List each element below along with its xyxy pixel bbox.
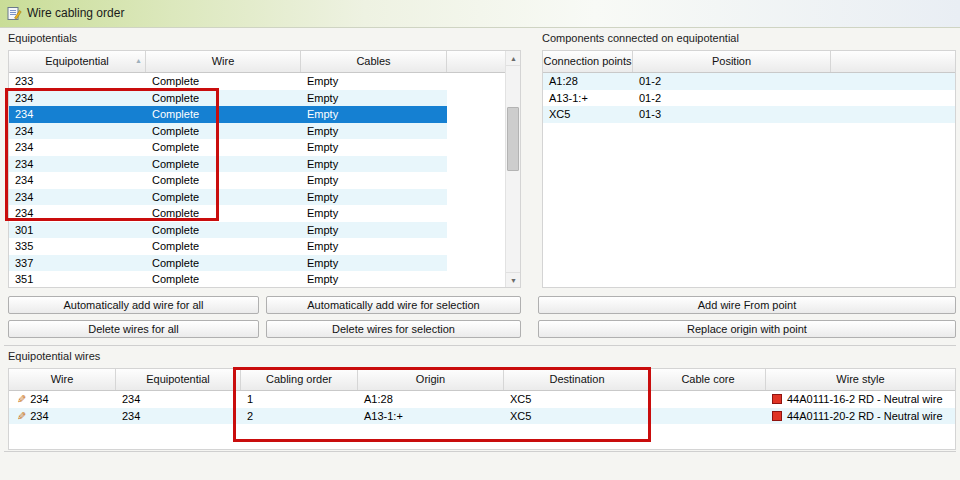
auto-add-wire-all-button[interactable]: Automatically add wire for all [8,296,259,314]
column-header-equipotential[interactable]: Equipotential ▲ [9,51,146,72]
cell: 01-2 [633,73,831,90]
cell: 335 [9,238,146,255]
cell: 234 [9,189,146,206]
cell: 234 [9,205,146,222]
cell: XC5 [543,106,633,123]
delete-wires-selection-button[interactable]: Delete wires for selection [266,320,521,338]
cell: 233 [9,73,146,90]
column-header-origin[interactable]: Origin [358,369,504,390]
column-header-cabling-order[interactable]: Cabling order [241,369,358,390]
component-row[interactable]: XC501-3 [543,106,955,123]
equipotential-row[interactable]: 234CompleteEmpty [9,106,447,123]
column-header-destination[interactable]: Destination [504,369,651,390]
column-header-connection-points[interactable]: Connection points [543,51,633,72]
cell: A1:28 [358,391,504,408]
column-header-cable-core[interactable]: Cable core [651,369,766,390]
cell: Complete [146,123,301,140]
column-header-wire[interactable]: Wire [9,369,116,390]
equipotentials-table-header: Equipotential ▲ Wire Cables [9,51,505,73]
cell: Empty [301,271,447,288]
column-header-label: Wire style [836,373,884,385]
equipotential-wires-group-label: Equipotential wires [8,350,100,362]
scrollbar-thumb[interactable] [507,107,519,171]
cell: Complete [146,205,301,222]
equipotential-row[interactable]: 234CompleteEmpty [9,205,447,222]
scroll-down-button[interactable]: ▼ [506,272,521,287]
cell: Complete [146,271,301,288]
column-header-filler [447,51,505,72]
equipotential-row[interactable]: 335CompleteEmpty [9,238,447,255]
cell: 234 [116,408,241,425]
component-row[interactable]: A13-1:+01-2 [543,90,955,107]
column-header-label: Wire [51,373,74,385]
replace-origin-with-point-button[interactable]: Replace origin with point [538,320,956,338]
equipotentials-group: Equipotentials Equipotential ▲ Wire Cabl… [4,32,528,342]
cell: 1 [241,391,358,408]
cell: Empty [301,255,447,272]
equipotentials-table: Equipotential ▲ Wire Cables 233CompleteE… [8,50,521,288]
cell: Complete [146,90,301,107]
column-header-label: Cable core [681,373,734,385]
titlebar: Wire cabling order [0,0,960,28]
column-header-equipotential[interactable]: Equipotential [116,369,241,390]
equipotential-row[interactable]: 351CompleteEmpty [9,271,447,288]
wire-color-swatch-icon [772,394,782,404]
column-header-label: Position [712,55,751,67]
equipotential-wires-table: Wire Equipotential Cabling order Origin … [8,368,956,450]
window-title: Wire cabling order [27,6,124,20]
cell: Complete [146,189,301,206]
column-header-filler [831,51,955,72]
cell [651,391,766,408]
equipotential-row[interactable]: 233CompleteEmpty [9,73,447,90]
cell: Empty [301,123,447,140]
cell: Complete [146,222,301,239]
cell: 337 [9,255,146,272]
wire-cabling-order-window: { "window": { "title": "Wire cabling ord… [0,0,960,480]
column-header-wire[interactable]: Wire [146,51,301,72]
auto-add-wire-selection-button[interactable]: Automatically add wire for selection [266,296,521,314]
equipotential-row[interactable]: 301CompleteEmpty [9,222,447,239]
component-row[interactable]: A1:2801-2 [543,73,955,90]
cell: 234 [9,139,146,156]
cell: 44A0111-16-2 RD - Neutral wire [766,391,956,408]
equipotential-row[interactable]: 234CompleteEmpty [9,139,447,156]
cell: 234 [9,172,146,189]
cell: 2 [241,408,358,425]
column-header-wire-style[interactable]: Wire style [766,369,955,390]
cell: A1:28 [543,73,633,90]
column-header-label: Connection points [543,55,631,67]
cell: Empty [301,156,447,173]
equipotential-row[interactable]: 234CompleteEmpty [9,90,447,107]
cell: ✎234 [9,391,116,408]
add-wire-from-point-button[interactable]: Add wire From point [538,296,956,314]
column-header-label: Equipotential [146,373,210,385]
equipotential-row[interactable]: 234CompleteEmpty [9,172,447,189]
column-header-label: Equipotential [45,55,109,67]
column-header-label: Wire [212,55,235,67]
wire-color-swatch-icon [772,411,782,421]
scroll-up-button[interactable]: ▲ [506,51,521,66]
components-table: Connection points Position A1:2801-2A13-… [542,50,956,288]
cell: 01-3 [633,106,831,123]
wires-table-header: Wire Equipotential Cabling order Origin … [9,369,955,391]
delete-wires-all-button[interactable]: Delete wires for all [8,320,259,338]
cell: Empty [301,73,447,90]
components-table-header: Connection points Position [543,51,955,73]
wire-row[interactable]: ✎2342341A1:28XC544A0111-16-2 RD - Neutra… [9,391,955,408]
equipotential-row[interactable]: 234CompleteEmpty [9,123,447,140]
components-group-label: Components connected on equipotential [542,32,739,44]
wire-row[interactable]: ✎2342342A13-1:+XC544A0111-20-2 RD - Neut… [9,408,955,425]
column-header-label: Cables [356,55,390,67]
cell: Complete [146,139,301,156]
equipotential-row[interactable]: 234CompleteEmpty [9,156,447,173]
cell: 234 [9,123,146,140]
cell: Empty [301,189,447,206]
vertical-scrollbar[interactable]: ▲ ▼ [505,51,520,287]
column-header-cables[interactable]: Cables [301,51,447,72]
equipotential-row[interactable]: 337CompleteEmpty [9,255,447,272]
edit-pencil-icon: ✎ [17,408,26,425]
cell: Complete [146,172,301,189]
cell: 301 [9,222,146,239]
column-header-position[interactable]: Position [633,51,831,72]
equipotential-row[interactable]: 234CompleteEmpty [9,189,447,206]
